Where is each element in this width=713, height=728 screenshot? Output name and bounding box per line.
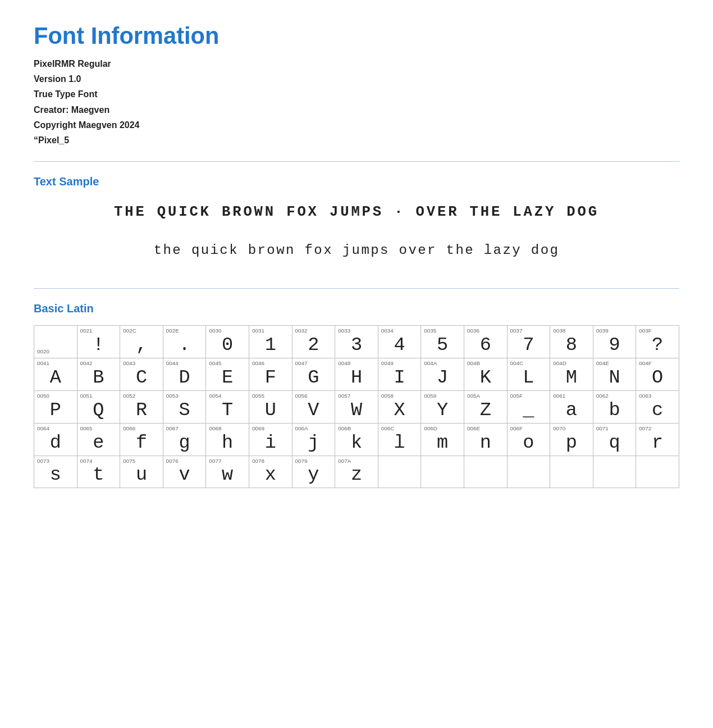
- divider-2: [34, 288, 679, 289]
- char-glyph: l: [380, 433, 420, 453]
- char-glyph: x: [250, 465, 291, 485]
- char-glyph: i: [250, 433, 291, 453]
- char-glyph: 9: [595, 335, 635, 356]
- char-cell: 00344: [378, 326, 421, 358]
- char-code: 0077: [207, 457, 248, 465]
- char-code: 0044: [164, 360, 205, 367]
- char-glyph: G: [294, 367, 334, 388]
- font-version: Version 1.0: [34, 71, 679, 87]
- char-code: 0058: [380, 392, 420, 400]
- char-glyph: O: [637, 367, 678, 388]
- char-glyph: n: [465, 433, 506, 453]
- char-cell: 0068h: [206, 423, 249, 456]
- char-glyph: .: [164, 335, 205, 356]
- page-title: Font Information: [34, 22, 679, 49]
- char-glyph: E: [207, 367, 248, 388]
- char-glyph: y: [294, 465, 334, 485]
- char-cell: 005F_: [507, 390, 550, 423]
- char-cell: 004AJ: [421, 358, 464, 390]
- char-code: 0064: [35, 425, 76, 433]
- char-code: 0054: [207, 392, 248, 400]
- char-row: 0073s0074t0075u0076v0077w0078x0079y007Az: [34, 456, 679, 488]
- char-code: 0052: [121, 392, 162, 400]
- char-glyph: 1: [250, 335, 291, 356]
- divider-1: [34, 161, 679, 162]
- char-code: 0050: [35, 392, 76, 400]
- char-glyph: 0: [207, 335, 248, 356]
- char-glyph: B: [79, 367, 119, 388]
- char-code: 005F: [509, 392, 549, 400]
- char-glyph: D: [164, 367, 205, 388]
- text-sample-area: THE QUICK BROWN FOX JUMPS · OVER THE LAZ…: [34, 198, 679, 275]
- char-cell: 003F?: [636, 326, 679, 358]
- font-tag: “Pixel_5: [34, 133, 679, 148]
- char-code: 0036: [465, 327, 506, 335]
- char-glyph: 6: [465, 335, 506, 356]
- char-code: 0039: [595, 327, 635, 335]
- char-glyph: 3: [336, 335, 377, 356]
- char-cell: [550, 456, 593, 488]
- font-meta: PixelRMR Regular Version 1.0 True Type F…: [34, 56, 679, 148]
- char-cell: 0065e: [77, 423, 120, 456]
- char-cell: 0047G: [292, 358, 335, 390]
- char-cell: 006Aj: [292, 423, 335, 456]
- font-copyright: Copyright Maegven 2024: [34, 117, 679, 133]
- char-cell: 0051Q: [77, 390, 120, 423]
- char-glyph: T: [207, 400, 248, 421]
- char-cell: 0050P: [34, 390, 77, 423]
- char-glyph: b: [595, 400, 635, 421]
- char-code: 0057: [336, 392, 377, 400]
- char-glyph: V: [294, 400, 334, 421]
- char-glyph: w: [207, 465, 248, 485]
- char-glyph: Q: [79, 400, 119, 421]
- char-code: 006B: [336, 425, 377, 433]
- char-code: 0021: [79, 327, 119, 335]
- font-type: True Type Font: [34, 87, 679, 102]
- char-cell: 00300: [206, 326, 249, 358]
- char-glyph: L: [509, 367, 549, 388]
- char-code: 005A: [465, 392, 506, 400]
- sample-text-upper: THE QUICK BROWN FOX JUMPS · OVER THE LAZ…: [34, 204, 679, 220]
- char-glyph: C: [121, 367, 162, 388]
- char-row: 0041A0042B0043C0044D0045E0046F0047G0048H…: [34, 358, 679, 390]
- char-glyph: z: [336, 465, 377, 485]
- char-code: 0032: [294, 327, 334, 335]
- char-glyph: Z: [465, 400, 506, 421]
- char-code: 004E: [595, 360, 635, 367]
- char-code: 004D: [551, 360, 592, 367]
- char-row: 0050P0051Q0052R0053S0054T0055U0056V0057W…: [34, 390, 679, 423]
- char-code: 0063: [637, 392, 678, 400]
- char-code: 0074: [79, 457, 119, 465]
- text-sample-section: Text Sample THE QUICK BROWN FOX JUMPS · …: [34, 175, 679, 275]
- char-glyph: R: [121, 400, 162, 421]
- char-glyph: h: [207, 433, 248, 453]
- char-glyph: 2: [294, 335, 334, 356]
- char-code: 0056: [294, 392, 334, 400]
- char-cell: 0052R: [120, 390, 163, 423]
- char-cell: [507, 456, 550, 488]
- char-cell: 0078x: [249, 456, 292, 488]
- char-cell: [464, 456, 507, 488]
- char-glyph: a: [551, 400, 592, 421]
- char-code: 0073: [35, 457, 76, 465]
- char-cell: 004DM: [550, 358, 593, 390]
- char-code: 0051: [79, 392, 119, 400]
- char-cell: 0044D: [163, 358, 206, 390]
- char-code: 0069: [250, 425, 291, 433]
- char-glyph: e: [79, 433, 119, 453]
- char-code: 006F: [509, 425, 549, 433]
- char-cell: 0069i: [249, 423, 292, 456]
- char-glyph: _: [509, 400, 549, 421]
- char-glyph: P: [35, 400, 76, 421]
- char-code: 007A: [336, 457, 377, 465]
- char-cell: 005AZ: [464, 390, 507, 423]
- char-glyph: J: [422, 367, 463, 388]
- char-glyph: s: [35, 465, 76, 485]
- char-code: 0041: [35, 360, 76, 367]
- char-code: 0038: [551, 327, 592, 335]
- char-cell: 00366: [464, 326, 507, 358]
- char-cell: 0020: [34, 326, 77, 358]
- char-glyph: S: [164, 400, 205, 421]
- char-code: 0059: [422, 392, 463, 400]
- char-cell: 004CL: [507, 358, 550, 390]
